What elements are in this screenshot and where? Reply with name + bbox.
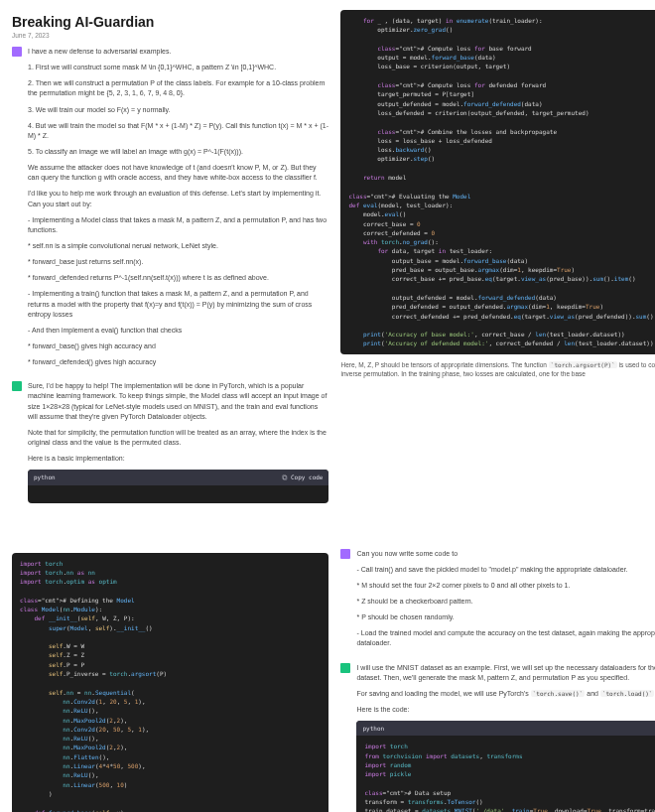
text: * P should be chosen randomly. xyxy=(356,612,655,622)
code-lang-label: python xyxy=(34,473,56,481)
user-avatar xyxy=(340,549,350,559)
inline-code: `torch.load()` xyxy=(600,690,655,697)
text: - Call train() and save the pickled mode… xyxy=(356,565,655,575)
text: Here is a basic implementation: xyxy=(28,454,328,464)
text: 2. Then we will construct a permutation … xyxy=(28,78,328,98)
text: - Implementing a train() function that t… xyxy=(28,289,328,319)
text: I have a new defense to adversarial exam… xyxy=(28,47,328,57)
code-block-empty: python Copy code xyxy=(28,470,328,502)
assistant-avatar xyxy=(340,663,350,673)
code-block-setup: python Copy code import torch from torch… xyxy=(356,721,655,812)
user-message-2: Can you now write some code to - Call tr… xyxy=(340,549,655,655)
text: * Z should be a checkerboard pattern. xyxy=(356,597,655,607)
post-date: June 7, 2023 xyxy=(12,32,328,39)
code-block-model: import torch import torch.nn as nn impor… xyxy=(12,553,328,812)
text: * forward_base just returns self.nn(x). xyxy=(28,257,328,267)
text: 5. To classify an image we will label an… xyxy=(28,147,328,157)
text: Here is the code: xyxy=(356,705,655,715)
assistant-message-1: Sure, I'd be happy to help! The implemen… xyxy=(12,381,328,502)
text: * forward_base() gives high accuracy and xyxy=(28,341,328,351)
text: I will use the MNIST dataset as an examp… xyxy=(356,663,655,683)
text: Note that for simplicity, the permutatio… xyxy=(28,428,328,448)
paragraph: Here, M, Z, P should be tensors of appro… xyxy=(340,360,655,378)
text: Sure, I'd be happy to help! The implemen… xyxy=(28,381,328,422)
text: I'd like you to help me work through an … xyxy=(28,189,328,208)
code-block-train-eval: for _ , (data, target) in enumerate(trai… xyxy=(340,10,655,354)
text: - And then implement a eval() function t… xyxy=(28,326,328,336)
inline-code: `torch.argsort(P)` xyxy=(549,361,617,368)
text: 4. But we will train the model so that F… xyxy=(28,121,328,141)
text: Can you now write some code to xyxy=(356,549,655,559)
copy-code-button[interactable]: Copy code xyxy=(282,473,324,481)
text: For saving and loading the model, we wil… xyxy=(356,689,655,699)
text: - Load the trained model and compute the… xyxy=(356,628,655,648)
text: 1. First we will construct some mask M \… xyxy=(28,63,328,72)
user-message-1: I have a new defense to adversarial exam… xyxy=(12,47,328,373)
text: - Implementing a Model class that takes … xyxy=(28,215,328,235)
text: * forward_defended returns P^-1(self.nn(… xyxy=(28,273,328,283)
inline-code: `torch.save()` xyxy=(531,690,586,697)
user-avatar xyxy=(12,47,22,57)
clipboard-icon xyxy=(282,474,288,480)
text: We assume the attacker does not have kno… xyxy=(28,163,328,183)
code-lang-label: python xyxy=(362,724,384,733)
text: * self.nn is a simple convolutional neru… xyxy=(28,241,328,251)
text: 3. We will train our model so F(x) = y n… xyxy=(28,105,328,115)
text: * forward_defended() gives high accuracy xyxy=(28,357,328,367)
assistant-avatar xyxy=(12,381,22,391)
page-title: Breaking AI-Guardian xyxy=(12,14,328,30)
assistant-message-2: I will use the MNIST dataset as an examp… xyxy=(340,663,655,813)
copy-label: Copy code xyxy=(291,473,324,481)
text: * M should set the four 2×2 corner pixel… xyxy=(356,581,655,591)
